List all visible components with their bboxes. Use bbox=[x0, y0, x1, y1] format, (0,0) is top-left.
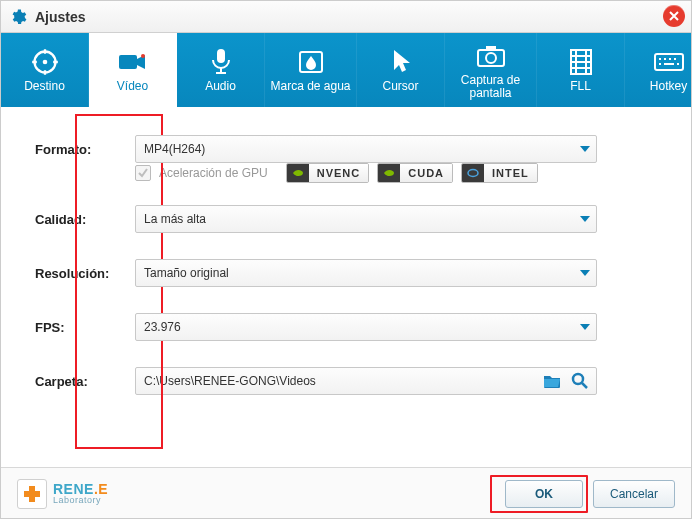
tab-fll[interactable]: FLL bbox=[537, 33, 625, 107]
nvidia-icon bbox=[287, 164, 309, 182]
quality-label: Calidad: bbox=[25, 212, 135, 227]
microphone-icon bbox=[210, 46, 232, 78]
tab-cursor[interactable]: Cursor bbox=[357, 33, 445, 107]
chevron-down-icon bbox=[580, 216, 590, 222]
svg-point-1 bbox=[42, 60, 47, 65]
resolution-value: Tamaño original bbox=[144, 266, 229, 280]
folder-label: Carpeta: bbox=[25, 374, 135, 389]
resolution-label: Resolución: bbox=[25, 266, 135, 281]
target-icon bbox=[31, 46, 59, 78]
tab-hotkey[interactable]: Hotkey bbox=[625, 33, 692, 107]
format-select[interactable]: MP4(H264) bbox=[135, 135, 597, 163]
tab-strip: Destino Vídeo Audio Marca de agua Cursor… bbox=[1, 33, 691, 107]
ok-button[interactable]: OK bbox=[505, 480, 583, 508]
close-button[interactable] bbox=[663, 5, 685, 27]
footer: RENE.E Laboratory OK Cancelar bbox=[1, 467, 691, 519]
gpu-accel-label: Aceleración de GPU bbox=[159, 166, 268, 180]
svg-rect-10 bbox=[655, 54, 683, 70]
intel-icon bbox=[462, 164, 484, 182]
keyboard-icon bbox=[654, 46, 684, 78]
svg-rect-2 bbox=[119, 55, 137, 69]
filmstrip-icon bbox=[568, 46, 594, 78]
fps-select[interactable]: 23.976 bbox=[135, 313, 597, 341]
search-folder-button[interactable] bbox=[568, 370, 592, 392]
tab-screenshot[interactable]: Captura de pantalla bbox=[445, 33, 537, 107]
cancel-button[interactable]: Cancelar bbox=[593, 480, 675, 508]
cross-icon bbox=[17, 479, 47, 509]
svg-rect-7 bbox=[486, 46, 496, 51]
chevron-down-icon bbox=[580, 324, 590, 330]
video-settings-panel: Formato: MP4(H264) Aceleración de GPU NV… bbox=[1, 107, 691, 467]
title-bar: Ajustes bbox=[1, 1, 691, 33]
resolution-select[interactable]: Tamaño original bbox=[135, 259, 597, 287]
chevron-down-icon bbox=[580, 146, 590, 152]
pointer-icon bbox=[390, 46, 412, 78]
browse-folder-button[interactable] bbox=[540, 370, 564, 392]
svg-point-8 bbox=[486, 53, 496, 63]
folder-path: C:\Users\RENEE-GONG\Videos bbox=[144, 374, 536, 388]
window-title: Ajustes bbox=[35, 9, 86, 25]
tab-audio[interactable]: Audio bbox=[177, 33, 265, 107]
brand-name: RENE.E bbox=[53, 482, 108, 496]
brand-subtitle: Laboratory bbox=[53, 496, 108, 505]
svg-point-12 bbox=[573, 374, 583, 384]
quality-select[interactable]: La más alta bbox=[135, 205, 597, 233]
svg-rect-14 bbox=[24, 491, 40, 497]
brand-logo: RENE.E Laboratory bbox=[17, 479, 108, 509]
svg-point-11 bbox=[468, 170, 478, 177]
fps-label: FPS: bbox=[25, 320, 135, 335]
format-label: Formato: bbox=[25, 142, 135, 157]
camera-icon bbox=[476, 40, 506, 72]
folder-field[interactable]: C:\Users\RENEE-GONG\Videos bbox=[135, 367, 597, 395]
gpu-accel-checkbox[interactable] bbox=[135, 165, 151, 181]
tab-video[interactable]: Vídeo bbox=[89, 33, 177, 107]
svg-point-3 bbox=[141, 54, 145, 58]
badge-intel: INTEL bbox=[461, 163, 538, 183]
badge-nvenc: NVENC bbox=[286, 163, 370, 183]
quality-value: La más alta bbox=[144, 212, 206, 226]
chevron-down-icon bbox=[580, 270, 590, 276]
tab-watermark[interactable]: Marca de agua bbox=[265, 33, 357, 107]
nvidia-icon bbox=[378, 164, 400, 182]
gear-icon bbox=[9, 8, 27, 26]
badge-cuda: CUDA bbox=[377, 163, 453, 183]
tab-destino[interactable]: Destino bbox=[1, 33, 89, 107]
camcorder-icon bbox=[118, 46, 148, 78]
format-value: MP4(H264) bbox=[144, 142, 205, 156]
svg-rect-4 bbox=[217, 49, 225, 63]
fps-value: 23.976 bbox=[144, 320, 181, 334]
droplet-icon bbox=[298, 46, 324, 78]
